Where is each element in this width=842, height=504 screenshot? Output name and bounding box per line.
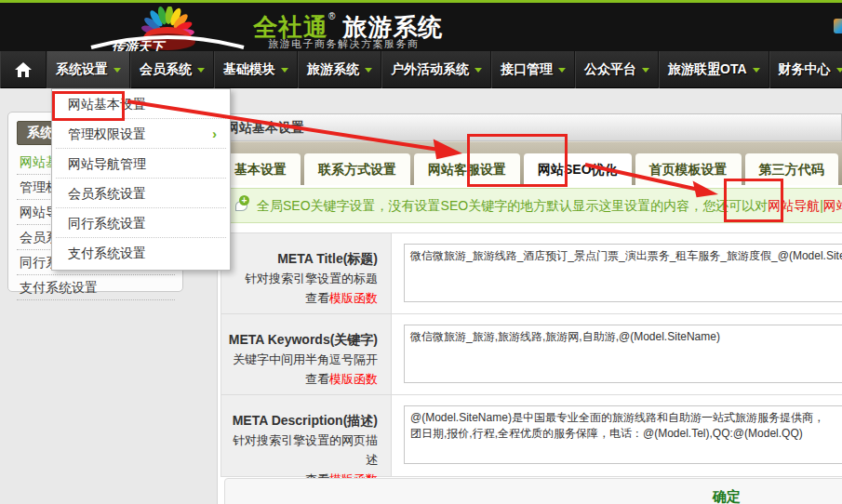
tab-seo-optimization[interactable]: 网站SEO优化 [524,153,632,185]
link-site-module[interactable]: 网站模块 [823,198,842,213]
template-func-link[interactable]: 模版函数 [329,372,378,386]
nav-item-member-system[interactable]: 会员系统 [130,51,214,88]
brand-subtitle: 旅游电子商务解决方案服务商 [268,37,420,51]
menu-item-site-basic-settings[interactable]: 网站基本设置 [56,89,226,119]
template-func-link[interactable]: 模版函数 [329,291,378,305]
sidebar-item-payment-settings[interactable]: 支付系统设置 [17,275,175,300]
tab-bar: 基本设置 联系方式设置 网站客服设置 网站SEO优化 首页模板设置 第三方代码 [217,141,842,185]
seo-form: META Title(标题) 针对搜索引擎设置的标题 查看模版函数 微信微旅游_… [221,232,842,477]
chevron-down-icon [114,68,121,73]
seo-notice-bar: + 全局SEO关键字设置，没有设置SEO关键字的地方默认显示这里设置的内容，您还… [224,188,842,223]
meta-description-label: META Description(描述) [221,411,378,431]
submenu-arrow-icon: › [212,119,217,149]
partial-badge-icon [834,19,842,33]
nav-label: 系统设置 [56,61,108,78]
nav-item-finance-center[interactable]: 财务中心 [769,51,842,88]
menu-item-admin-permission[interactable]: 管理权限设置 › [56,119,226,149]
chevron-down-icon [558,68,566,73]
notice-text: 全局SEO关键字设置，没有设置SEO关键字的地方默认显示这里设置的内容，您还可以… [257,198,768,213]
chevron-down-icon [281,68,288,73]
chevron-down-icon [642,68,649,73]
tab-service-settings[interactable]: 网站客服设置 [414,153,520,185]
menu-item-payment-system-settings[interactable]: 支付系统设置 [56,238,226,268]
meta-keywords-label: META Keywords(关键字) [221,330,378,350]
page-title: 网站基本设置 [217,113,842,141]
nav-label: 户外活动系统 [391,61,469,78]
tab-basic-settings[interactable]: 基本设置 [221,153,301,185]
chevron-down-icon [365,68,372,73]
nav-label: 公众平台 [584,61,636,78]
form-row-meta-title: META Title(标题) 针对搜索引擎设置的标题 查看模版函数 微信微旅游_… [221,233,842,314]
chevron-down-icon [197,68,205,73]
meta-description-desc: 针对搜索引擎设置的网页描述 [221,431,378,470]
confirm-button[interactable]: 确定 [713,488,741,504]
home-icon [14,61,33,78]
nav-label: 会员系统 [140,61,192,78]
nav-item-interface-mgmt[interactable]: 接口管理 [491,51,575,88]
submit-bar: 确定 [224,478,842,504]
nav-label: 接口管理 [501,61,553,78]
nav-item-base-modules[interactable]: 基础模块 [214,51,298,88]
meta-title-input[interactable]: 微信微旅游_旅游线路_酒店预订_景点门票_演出票务_租车服务_旅游度假_@(Mo… [404,244,842,302]
nav-label: 旅游系统 [307,61,359,78]
menu-item-member-system-settings[interactable]: 会员系统设置 [56,179,226,208]
nav-item-travel-system[interactable]: 旅游系统 [298,51,381,88]
menu-item-peer-system-settings[interactable]: 同行系统设置 [56,208,226,238]
nav-label: 基础模块 [223,61,275,78]
system-settings-dropdown: 网站基本设置 管理权限设置 › 网站导航管理 会员系统设置 同行系统设置 支付系… [51,88,231,271]
tab-third-party-code[interactable]: 第三方代码 [745,153,838,185]
nav-label: 旅游联盟OTA [668,61,747,78]
nav-item-ota-alliance[interactable]: 旅游联盟OTA [659,51,769,88]
form-row-meta-keywords: META Keywords(关键字) 关键字中间用半角逗号隔开 查看模版函数 微… [221,314,842,395]
chevron-down-icon [474,68,482,73]
home-nav-button[interactable] [0,51,47,88]
registered-mark: ® [328,11,335,21]
company-logo: 传游天下 [74,7,251,53]
nav-item-system-settings[interactable]: 系统设置 [47,51,130,88]
tab-homepage-template[interactable]: 首页模板设置 [635,153,742,185]
main-nav: 系统设置 会员系统 基础模块 旅游系统 户外活动系统 接口管理 公众平台 旅游联… [0,51,842,88]
menu-item-site-nav-mgmt[interactable]: 网站导航管理 [56,149,226,179]
chevron-down-icon [836,68,842,73]
meta-keywords-input[interactable]: 微信微旅游_旅游,旅游线路,旅游网,自助游,@(Model.SiteName) [404,325,842,383]
meta-keywords-desc: 关键字中间用半角逗号隔开 [221,350,378,369]
link-site-nav[interactable]: 网站导航 [768,198,820,213]
meta-title-label: META Title(标题) [221,249,378,269]
tab-contact-settings[interactable]: 联系方式设置 [304,153,410,185]
nav-label: 财务中心 [779,61,831,78]
brand-bar: 传游天下 全社通®旅游系统 旅游电子商务解决方案服务商 [0,3,842,51]
chevron-down-icon [753,68,760,73]
nav-item-public-platform[interactable]: 公众平台 [575,51,659,88]
meta-description-input[interactable]: @(Model.SiteName)是中国最专业全面的旅游线路和自助游一站式旅游服… [404,405,842,464]
meta-title-desc: 针对搜索引擎设置的标题 [221,269,378,288]
form-row-meta-description: META Description(描述) 针对搜索引擎设置的网页描述 查看模版函… [221,395,842,476]
plus-bubble-icon: + [234,197,249,213]
nav-item-outdoor-system[interactable]: 户外活动系统 [381,51,491,88]
